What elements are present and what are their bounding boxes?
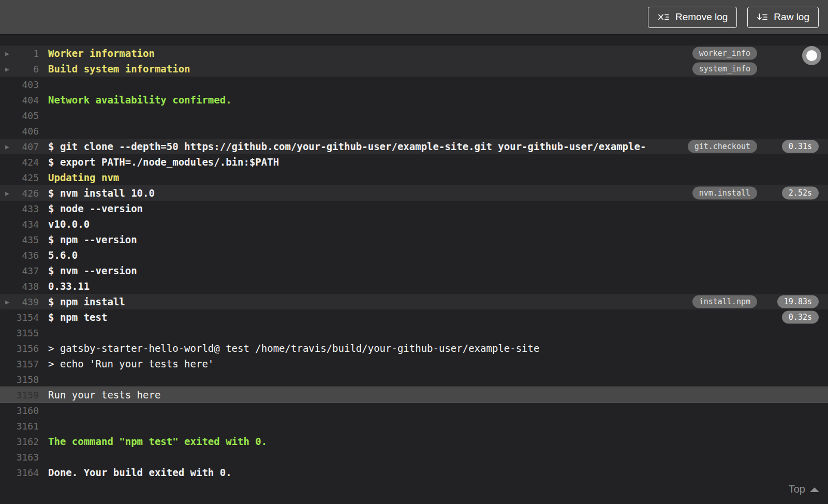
caret-up-icon <box>810 487 819 492</box>
line-number[interactable]: 404 <box>0 95 39 106</box>
log-line: 433$ node --version <box>0 201 828 216</box>
clear-list-x-icon <box>657 12 670 22</box>
line-number[interactable]: 3158 <box>0 374 39 385</box>
log-line: 3155 <box>0 325 828 340</box>
log-text: $ npm --version <box>48 234 828 245</box>
line-number[interactable]: 3154 <box>0 312 39 323</box>
line-number[interactable]: 3159 <box>0 390 39 401</box>
log-text: The command "npm test" exited with 0. <box>48 436 828 447</box>
log-text: Run your tests here <box>48 389 828 401</box>
line-number[interactable]: 406 <box>0 126 39 137</box>
log-text: 0.33.11 <box>48 280 828 292</box>
line-number[interactable]: 403 <box>0 79 39 90</box>
fold-name-badge: install.npm <box>692 295 757 308</box>
duration-badge: 19.83s <box>777 295 819 308</box>
duration-badge: 2.52s <box>782 187 819 200</box>
remove-log-label: Remove log <box>675 11 728 23</box>
log-line: 439▶$ npm installinstall.npm19.83s <box>0 294 828 309</box>
log-line: 3160 <box>0 403 828 418</box>
log-line: 3164Done. Your build exited with 0. <box>0 465 828 480</box>
line-number[interactable]: 3162 <box>0 436 39 447</box>
record-circle-icon <box>806 50 817 61</box>
raw-log-label: Raw log <box>774 11 809 23</box>
log-text: $ nvm --version <box>48 265 828 276</box>
fold-name-badge: worker_info <box>692 47 757 60</box>
line-number[interactable]: 3160 <box>0 405 39 416</box>
fold-name-badge: system_info <box>692 63 757 76</box>
line-number[interactable]: 426▶ <box>0 188 39 199</box>
duration-badge: 0.32s <box>782 311 819 324</box>
line-number[interactable]: 424 <box>0 157 39 168</box>
log-text: > echo 'Run your tests here' <box>48 358 828 369</box>
log-text: 5.6.0 <box>48 249 828 261</box>
log-line: 3156> gatsby-starter-hello-world@ test /… <box>0 340 828 356</box>
log-line: 435$ npm --version <box>0 232 828 247</box>
log-line: 404Network availability confirmed. <box>0 92 828 108</box>
log-text: $ npm test <box>48 312 828 323</box>
log-line: 434v10.0.0 <box>0 216 828 232</box>
follow-log-button[interactable] <box>802 46 821 65</box>
top-label: Top <box>789 483 805 495</box>
fold-toggle-icon[interactable]: ▶ <box>5 299 9 305</box>
log-line: 403 <box>0 77 828 92</box>
fold-toggle-icon[interactable]: ▶ <box>5 66 9 72</box>
line-number[interactable]: 3163 <box>0 452 39 463</box>
line-number[interactable]: 3156 <box>0 343 39 354</box>
line-number[interactable]: 436 <box>0 250 39 261</box>
log-line: 405 <box>0 108 828 123</box>
fold-name-badge: git.checkout <box>688 140 757 153</box>
fold-toggle-icon[interactable]: ▶ <box>5 190 9 197</box>
log-line: 406 <box>0 123 828 139</box>
line-number[interactable]: 434 <box>0 219 39 230</box>
log-text: Updating nvm <box>48 172 828 183</box>
duration-badge: 0.31s <box>782 140 819 153</box>
build-log: 1▶Worker informationworker_info6▶Build s… <box>0 35 828 503</box>
remove-log-button[interactable]: Remove log <box>648 7 737 28</box>
line-number[interactable]: 435 <box>0 234 39 245</box>
fold-name-badge: nvm.install <box>692 187 757 200</box>
line-number[interactable]: 407▶ <box>0 141 39 152</box>
log-line: 3154$ npm test0.32s <box>0 309 828 325</box>
download-list-icon <box>757 12 768 22</box>
log-line: 424$ export PATH=./node_modules/.bin:$PA… <box>0 154 828 170</box>
log-line: 407▶$ git clone --depth=50 https://githu… <box>0 139 828 154</box>
log-text: $ node --version <box>48 203 828 214</box>
log-line: 1▶Worker informationworker_info <box>0 46 828 61</box>
line-number[interactable]: 3155 <box>0 328 39 338</box>
log-line: 4380.33.11 <box>0 278 828 294</box>
log-line: 3158 <box>0 372 828 387</box>
log-line: 6▶Build system informationsystem_info <box>0 61 828 77</box>
log-text: $ export PATH=./node_modules/.bin:$PATH <box>48 156 828 168</box>
log-line: 3161 <box>0 418 828 434</box>
log-text: > gatsby-starter-hello-world@ test /home… <box>48 343 828 354</box>
log-line: 3157> echo 'Run your tests here' <box>0 356 828 372</box>
line-number[interactable]: 3164 <box>0 467 39 478</box>
line-number[interactable]: 1▶ <box>0 48 39 59</box>
raw-log-button[interactable]: Raw log <box>747 7 819 28</box>
log-line: 3159Run your tests here <box>0 387 828 403</box>
line-number[interactable]: 405 <box>0 110 39 121</box>
log-line: 4365.6.0 <box>0 247 828 263</box>
log-line: 437$ nvm --version <box>0 263 828 278</box>
scroll-to-top-link[interactable]: Top <box>789 483 819 495</box>
log-text: Network availability confirmed. <box>48 94 828 106</box>
log-line: 3163 <box>0 449 828 465</box>
fold-toggle-icon[interactable]: ▶ <box>5 50 9 57</box>
line-number[interactable]: 425 <box>0 172 39 183</box>
line-number[interactable]: 439▶ <box>0 297 39 307</box>
log-text: v10.0.0 <box>48 218 828 230</box>
line-number[interactable]: 3157 <box>0 359 39 369</box>
fold-toggle-icon[interactable]: ▶ <box>5 143 9 150</box>
log-line: 426▶$ nvm install 10.0nvm.install2.52s <box>0 185 828 201</box>
log-toolbar: Remove log Raw log <box>0 0 828 35</box>
log-lines: 1▶Worker informationworker_info6▶Build s… <box>0 46 828 480</box>
line-number[interactable]: 438 <box>0 281 39 292</box>
log-line: 3162The command "npm test" exited with 0… <box>0 434 828 449</box>
log-line: 425Updating nvm <box>0 170 828 185</box>
line-number[interactable]: 437 <box>0 265 39 276</box>
line-number[interactable]: 3161 <box>0 421 39 432</box>
log-text: Done. Your build exited with 0. <box>48 467 828 478</box>
line-number[interactable]: 6▶ <box>0 64 39 75</box>
line-number[interactable]: 433 <box>0 203 39 214</box>
